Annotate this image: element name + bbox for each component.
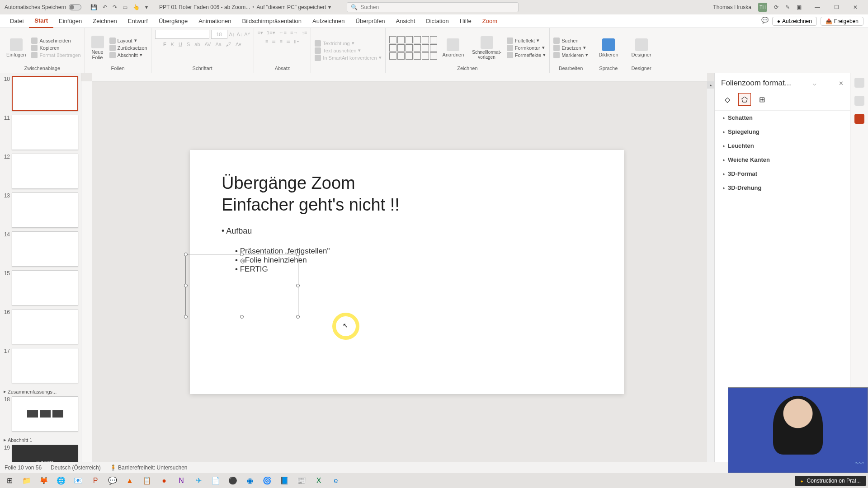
thumb-slide-16[interactable] — [12, 309, 78, 344]
accessibility-status[interactable]: 🧍 Barrierefreiheit: Untersuchen — [110, 465, 188, 471]
dropdown-icon[interactable]: ▾ — [328, 4, 331, 10]
tab-bildschirm[interactable]: Bildschirmpräsentation — [236, 14, 307, 28]
fill-button[interactable]: Fülleffekt ▾ — [507, 38, 546, 44]
slide-title[interactable]: Übergänge Zoom Einfacher geht's nicht !! — [222, 173, 592, 216]
thumb-slide-10[interactable] — [12, 76, 78, 111]
outline-button[interactable]: Formkontur ▾ — [507, 45, 546, 51]
comments-icon[interactable]: 💬 — [761, 17, 769, 26]
touchmode-icon[interactable]: 👆 — [133, 4, 140, 10]
bold-button[interactable]: F — [163, 42, 166, 47]
selected-zoom-frame[interactable] — [185, 254, 298, 317]
option-weiche-kanten[interactable]: ▸Weiche Kanten — [715, 153, 850, 167]
tab-dictation[interactable]: Dictation — [420, 14, 454, 28]
tab-ansicht[interactable]: Ansicht — [391, 14, 421, 28]
format-tab-effects[interactable]: ⬠ — [738, 93, 751, 106]
grow-font-icon[interactable]: A↑ — [229, 32, 235, 37]
tab-einfuegen[interactable]: Einfügen — [53, 14, 87, 28]
onenote-icon[interactable]: N — [174, 474, 189, 487]
app-icon[interactable]: 📋 — [139, 474, 155, 487]
pane-dropdown-icon[interactable]: ⌵ — [813, 80, 816, 87]
minimize-button[interactable]: — — [808, 1, 826, 14]
user-avatar[interactable]: TH — [758, 3, 767, 12]
app-icon[interactable]: 📘 — [277, 474, 292, 487]
align-left-button[interactable]: ≡ — [265, 38, 268, 44]
save-icon[interactable]: 💾 — [90, 4, 97, 10]
find-button[interactable]: Suchen — [553, 38, 588, 44]
tab-entwurf[interactable]: Entwurf — [123, 14, 153, 28]
text-direction-button[interactable]: Textrichtung ▾ — [315, 40, 381, 47]
tab-zeichnen[interactable]: Zeichnen — [87, 14, 122, 28]
font-family-select[interactable] — [155, 30, 209, 39]
close-button[interactable]: ✕ — [846, 1, 864, 14]
option-3d-format[interactable]: ▸3D-Format — [715, 167, 850, 181]
app-icon[interactable]: 💬 — [105, 474, 120, 487]
thumb-slide-13[interactable] — [12, 192, 78, 228]
slide-canvas[interactable]: ▴ Übergänge Zoom Einfacher geht's nicht … — [81, 73, 714, 462]
tab-hilfe[interactable]: Hilfe — [454, 14, 477, 28]
font-color-button[interactable]: A▾ — [236, 42, 241, 47]
slide-counter[interactable]: Folie 10 von 56 — [5, 465, 42, 471]
spacing-button[interactable]: AV — [205, 42, 211, 47]
case-button[interactable]: Aa — [215, 42, 221, 47]
thumb-slide-11[interactable] — [12, 115, 78, 150]
format-tab-size[interactable]: ⊞ — [755, 93, 768, 106]
rail-icon[interactable] — [854, 96, 864, 106]
scroll-up-icon[interactable]: ▴ — [707, 81, 714, 89]
cut-button[interactable]: Ausschneiden — [31, 38, 80, 44]
numbering-button[interactable]: 1≡▾ — [267, 30, 275, 36]
tab-ueberpruefen[interactable]: Überprüfen — [350, 14, 391, 28]
thumb-slide-15[interactable] — [12, 270, 78, 305]
tab-zoom[interactable]: Zoom — [477, 14, 503, 28]
highlight-button[interactable]: 🖍 — [226, 42, 231, 47]
columns-button[interactable]: ⫿▾ — [294, 38, 299, 44]
option-3d-drehung[interactable]: ▸3D-Drehung — [715, 181, 850, 195]
clear-format-icon[interactable]: Aⱽ — [244, 32, 250, 38]
paste-button[interactable]: Einfügen — [4, 38, 28, 58]
slide-content[interactable]: Übergänge Zoom Einfacher geht's nicht !!… — [190, 150, 624, 394]
app-icon[interactable]: ◉ — [242, 474, 258, 487]
underline-button[interactable]: U — [179, 42, 182, 47]
dictate-button[interactable]: Diktieren — [596, 38, 621, 58]
thumb-slide-17[interactable] — [12, 348, 78, 383]
vlc-icon[interactable]: ▲ — [122, 474, 137, 487]
option-schatten[interactable]: ▸Schatten — [715, 111, 850, 125]
user-name[interactable]: Thomas Hruska — [713, 4, 751, 10]
language-indicator[interactable]: Deutsch (Österreich) — [51, 465, 101, 471]
tab-start[interactable]: Start — [29, 14, 53, 28]
italic-button[interactable]: K — [171, 42, 174, 47]
designer-button[interactable]: Designer — [629, 38, 654, 58]
window-icon[interactable]: ▣ — [797, 4, 802, 10]
share-button[interactable]: 📤 Freigeben — [821, 17, 863, 26]
rail-icon[interactable] — [854, 114, 864, 124]
app-icon[interactable]: ● — [156, 474, 172, 487]
align-text-button[interactable]: Text ausrichten ▾ — [315, 47, 381, 54]
explorer-icon[interactable]: 📁 — [19, 474, 34, 487]
rail-icon[interactable] — [854, 78, 864, 88]
app-icon[interactable]: 📄 — [208, 474, 223, 487]
smartart-button[interactable]: In SmartArt konvertieren ▾ — [315, 55, 381, 61]
option-spiegelung[interactable]: ▸Spiegelung — [715, 125, 850, 139]
search-box[interactable]: 🔍 Suchen — [347, 2, 519, 12]
record-button[interactable]: ● Aufzeichnen — [772, 17, 817, 26]
pen-icon[interactable]: ✎ — [785, 4, 790, 10]
maximize-button[interactable]: ☐ — [827, 1, 845, 14]
excel-icon[interactable]: X — [311, 474, 326, 487]
copy-button[interactable]: Kopieren — [31, 45, 80, 51]
slide-thumbnails-pane[interactable]: 10 11 12 13 14 15 16 17 ▸ Zusammenfassun… — [0, 73, 81, 462]
arrange-button[interactable]: Anordnen — [440, 38, 467, 58]
shapes-gallery[interactable] — [389, 36, 437, 60]
tab-animationen[interactable]: Animationen — [193, 14, 236, 28]
autosave-toggle[interactable]: Automatisches Speichern — [0, 4, 86, 10]
format-painter-button[interactable]: Format übertragen — [31, 52, 80, 58]
align-center-button[interactable]: ≣ — [272, 38, 276, 44]
tab-aufzeichnen[interactable]: Aufzeichnen — [307, 14, 350, 28]
bullets-button[interactable]: ≡▾ — [258, 30, 263, 36]
slideshow-icon[interactable]: ▭ — [123, 4, 127, 10]
sync-icon[interactable]: ⟳ — [774, 4, 778, 10]
justify-button[interactable]: ≣ — [286, 38, 290, 44]
new-slide-button[interactable]: Neue Folie — [89, 35, 107, 61]
align-right-button[interactable]: ≡ — [279, 38, 282, 44]
outlook-icon[interactable]: 📧 — [71, 474, 86, 487]
pane-close-icon[interactable]: ✕ — [839, 80, 844, 87]
section-header[interactable]: ▸ Zusammenfassungs... — [3, 387, 78, 396]
